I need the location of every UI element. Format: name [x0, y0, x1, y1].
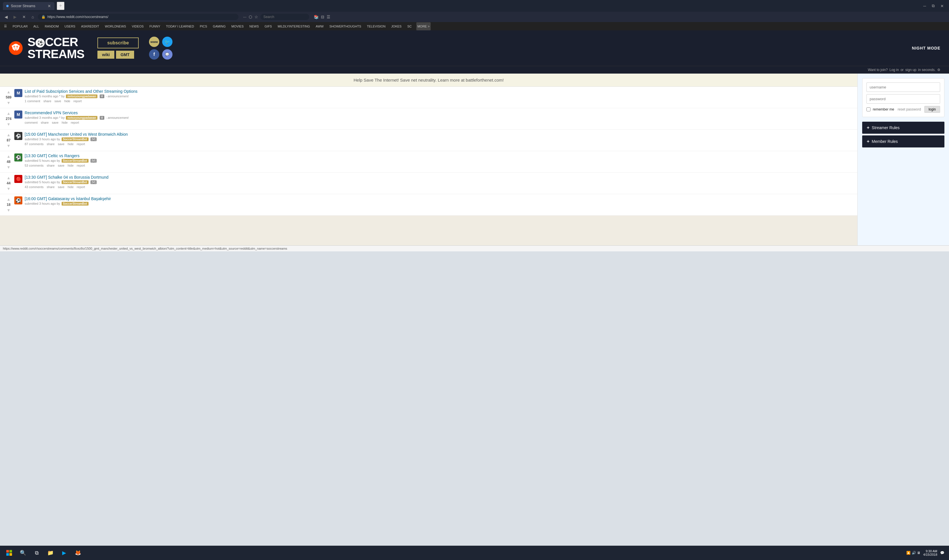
facebook-icon[interactable]: f: [149, 49, 159, 60]
sync-icon[interactable]: ⊟: [321, 15, 324, 19]
hide-link[interactable]: hide: [68, 164, 74, 167]
post-title[interactable]: [15:00 GMT] Manchester United vs West Br…: [25, 132, 128, 137]
more-options-icon[interactable]: ···: [243, 15, 247, 19]
upvote-button[interactable]: ▲: [6, 196, 11, 202]
nav-aww[interactable]: AWW: [315, 22, 325, 30]
post-title[interactable]: [13:30 GMT] Schalke 04 vs Borussia Dortm…: [25, 175, 109, 180]
www-icon[interactable]: www: [149, 37, 159, 47]
log-in-link[interactable]: Log in: [889, 68, 899, 72]
share-link[interactable]: share: [41, 121, 49, 124]
save-link[interactable]: save: [52, 121, 59, 124]
upvote-button[interactable]: ▲: [6, 89, 11, 95]
home-button[interactable]: ⌂: [30, 14, 35, 20]
browser-search-input[interactable]: [261, 14, 309, 20]
nav-sc[interactable]: SC: [406, 22, 413, 30]
wiki-button[interactable]: wiki: [97, 51, 114, 59]
upvote-button[interactable]: ▲: [6, 111, 11, 116]
gmt-button[interactable]: GMT: [116, 51, 134, 59]
save-link[interactable]: save: [58, 185, 65, 189]
downvote-button[interactable]: ▼: [6, 122, 11, 127]
report-link[interactable]: report: [77, 142, 85, 146]
active-tab[interactable]: Soccer Streams ✕: [3, 2, 54, 10]
pocket-icon[interactable]: ⬡: [249, 15, 252, 19]
comments-link[interactable]: 87 comments: [25, 142, 43, 146]
nav-all[interactable]: ALL: [32, 22, 40, 30]
nav-movies[interactable]: MOVIES: [230, 22, 245, 30]
close-button[interactable]: ✕: [938, 3, 946, 9]
share-link[interactable]: share: [47, 164, 55, 167]
nav-gifs[interactable]: GIFS: [263, 22, 273, 30]
twitter-icon[interactable]: 🐦: [162, 37, 173, 47]
history-icon[interactable]: 📚: [314, 15, 319, 19]
post-title[interactable]: Recommended VPN Services: [25, 111, 78, 115]
comment-link[interactable]: comment: [25, 121, 37, 124]
post-title[interactable]: [16:00 GMT] Galatasaray vs İstanbul Başa…: [25, 196, 111, 201]
comments-link[interactable]: 53 comments: [25, 164, 43, 167]
nav-more[interactable]: MORE >: [416, 22, 431, 30]
nav-news[interactable]: NEWS: [248, 22, 260, 30]
save-link[interactable]: save: [58, 164, 65, 167]
reset-password-link[interactable]: reset password: [898, 108, 921, 111]
nav-pics[interactable]: PICS: [199, 22, 208, 30]
hide-link[interactable]: hide: [64, 99, 70, 103]
downvote-button[interactable]: ▼: [6, 164, 11, 170]
save-link[interactable]: save: [58, 142, 65, 146]
nav-funny[interactable]: FUNNY: [148, 22, 161, 30]
reload-button[interactable]: ✕: [21, 14, 28, 20]
password-input[interactable]: [866, 94, 940, 104]
comments-link[interactable]: 43 comments: [25, 185, 43, 189]
share-link[interactable]: share: [47, 142, 55, 146]
hide-link[interactable]: hide: [68, 185, 74, 189]
upvote-button[interactable]: ▲: [6, 154, 11, 159]
nav-television[interactable]: TELEVISION: [366, 22, 387, 30]
downvote-button[interactable]: ▼: [6, 100, 11, 106]
login-button[interactable]: login: [924, 106, 940, 113]
tab-close-button[interactable]: ✕: [48, 4, 51, 8]
report-link[interactable]: report: [71, 121, 79, 124]
nav-gaming[interactable]: GAMING: [212, 22, 227, 30]
nav-hamburger[interactable]: ☰: [3, 22, 8, 30]
comments-link[interactable]: 1 comment: [25, 99, 40, 103]
share-link[interactable]: share: [43, 99, 51, 103]
sign-up-link[interactable]: sign up: [906, 68, 917, 72]
nav-jokes[interactable]: JOKES: [390, 22, 403, 30]
gear-icon[interactable]: ⚙: [937, 68, 940, 72]
hide-link[interactable]: hide: [62, 121, 68, 124]
night-mode-button[interactable]: NIGHT MODE: [912, 46, 940, 51]
nav-mildlyinteresting[interactable]: MILDLYINTERESTING: [276, 22, 311, 30]
nav-showerthoughts[interactable]: SHOWERTHOUGHTS: [329, 22, 363, 30]
member-rules-button[interactable]: + Member Rules: [862, 135, 944, 148]
post-title[interactable]: List of Paid Subscription Services and O…: [25, 89, 137, 94]
nav-popular[interactable]: POPULAR: [11, 22, 29, 30]
back-button[interactable]: ◀: [3, 14, 9, 20]
restore-button[interactable]: ⧉: [929, 3, 937, 9]
nav-askreddit[interactable]: ASKREDDIT: [80, 22, 100, 30]
discord-icon[interactable]: 💬: [162, 49, 173, 60]
streamer-rules-button[interactable]: + Streamer Rules: [862, 122, 944, 134]
share-link[interactable]: share: [47, 185, 55, 189]
nav-todayilearned[interactable]: TODAY I LEARNED: [165, 22, 195, 30]
subscribe-button[interactable]: subscribe: [97, 37, 139, 48]
nav-worldnews[interactable]: WORLDNEWS: [104, 22, 127, 30]
username-input[interactable]: [866, 83, 940, 92]
nav-users[interactable]: USERS: [63, 22, 77, 30]
nav-videos[interactable]: VIDEOS: [131, 22, 145, 30]
post-title[interactable]: [13:30 GMT] Celtic vs Rangers: [25, 154, 79, 158]
minimize-button[interactable]: ─: [921, 3, 928, 9]
report-link[interactable]: report: [77, 164, 85, 167]
upvote-button[interactable]: ▲: [6, 132, 11, 138]
remember-me-checkbox[interactable]: [866, 108, 870, 111]
report-link[interactable]: report: [77, 185, 85, 189]
forward-button[interactable]: ▶: [12, 14, 19, 20]
upvote-button[interactable]: ▲: [6, 175, 11, 181]
save-link[interactable]: save: [54, 99, 61, 103]
hide-link[interactable]: hide: [68, 142, 74, 146]
downvote-button[interactable]: ▼: [6, 143, 11, 149]
new-tab-button[interactable]: +: [57, 2, 65, 10]
downvote-button[interactable]: ▼: [6, 207, 11, 213]
nav-random[interactable]: RANDOM: [43, 22, 60, 30]
bookmark-icon[interactable]: ☆: [255, 15, 258, 19]
downvote-button[interactable]: ▼: [6, 186, 11, 192]
report-link[interactable]: report: [73, 99, 82, 103]
address-bar[interactable]: 🔒 https://www.reddit.com/r/soccerstreams…: [38, 14, 238, 20]
